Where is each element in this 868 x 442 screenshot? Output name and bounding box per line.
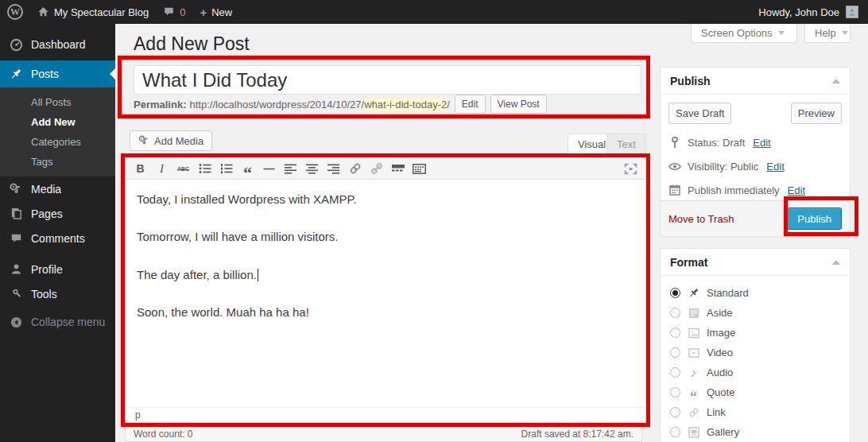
paragraph: Soon, the world. Muah ha ha ha! bbox=[137, 304, 634, 320]
edit-schedule-link[interactable]: Edit bbox=[788, 184, 805, 196]
format-option-quote: “ Quote bbox=[670, 382, 840, 402]
radio-standard[interactable] bbox=[670, 288, 680, 298]
edit-permalink-button[interactable]: Edit bbox=[455, 95, 486, 114]
format-label: Aside bbox=[707, 307, 733, 319]
tab-text[interactable]: Text bbox=[606, 134, 646, 154]
editor-toolbar: B I ABC “ — bbox=[126, 158, 645, 180]
format-label: Link bbox=[707, 406, 726, 418]
more-tag-icon[interactable] bbox=[388, 160, 408, 178]
comments-count: 0 bbox=[180, 6, 185, 18]
help-label: Help bbox=[815, 27, 836, 39]
sidebar-item-dashboard[interactable]: Dashboard bbox=[0, 32, 115, 57]
pushpin-icon bbox=[8, 68, 24, 80]
format-panel-title: Format bbox=[670, 256, 707, 269]
status-row: Status: Draft Edit bbox=[668, 134, 842, 150]
permalink-row: Permalink: http://localhost/wordpress/20… bbox=[134, 95, 547, 114]
add-media-button[interactable]: Add Media bbox=[130, 130, 212, 151]
wordpress-logo-menu[interactable]: W bbox=[0, 0, 30, 24]
sidebar-item-comments[interactable]: Comments bbox=[0, 226, 115, 250]
chevron-down-icon bbox=[842, 31, 848, 35]
screen-options-tab[interactable]: Screen Options bbox=[691, 24, 797, 43]
sidebar-item-label: Pages bbox=[31, 207, 63, 220]
help-tab[interactable]: Help bbox=[804, 24, 851, 43]
format-label: Gallery bbox=[707, 426, 739, 438]
gallery-icon bbox=[687, 427, 700, 438]
unlink-icon[interactable] bbox=[366, 160, 386, 178]
format-label: Audio bbox=[707, 366, 733, 378]
permalink-slug: what-i-did-today-2 bbox=[364, 99, 447, 111]
radio-gallery[interactable] bbox=[670, 427, 680, 437]
draft-saved-text: Draft saved at 8:17:42 am. bbox=[521, 428, 634, 440]
radio-quote[interactable] bbox=[670, 387, 680, 397]
format-panel: Format Standard Aside bbox=[660, 248, 851, 442]
collapse-menu-label: Collapse menu bbox=[31, 316, 105, 328]
radio-image[interactable] bbox=[670, 328, 680, 338]
sidebar-item-media[interactable]: Media bbox=[0, 176, 115, 201]
sidebar-item-posts[interactable]: Posts bbox=[0, 60, 115, 87]
format-label: Image bbox=[707, 327, 735, 339]
publish-panel-header[interactable]: Publish bbox=[661, 68, 850, 95]
admin-bar: W My Spectacular Blog 0 + New Howdy, Joh… bbox=[0, 0, 868, 24]
numbered-list-icon[interactable] bbox=[216, 160, 236, 178]
bold-icon[interactable]: B bbox=[130, 160, 150, 178]
toolbar-toggle-icon[interactable] bbox=[409, 160, 429, 178]
new-content-menu[interactable]: + New bbox=[192, 0, 239, 24]
user-avatar[interactable] bbox=[846, 6, 858, 18]
comment-bubble-icon bbox=[163, 6, 175, 17]
comments-bubble[interactable]: 0 bbox=[156, 0, 192, 24]
sidebar-item-pages[interactable]: Pages bbox=[0, 201, 115, 226]
sidebar-item-profile[interactable]: Profile bbox=[0, 257, 115, 281]
move-to-trash-link[interactable]: Move to Trash bbox=[668, 213, 734, 225]
link-icon[interactable] bbox=[345, 160, 365, 178]
format-option-gallery: Gallery bbox=[670, 422, 840, 442]
radio-audio[interactable] bbox=[670, 367, 680, 378]
menu-separator bbox=[0, 250, 115, 257]
submenu-tags[interactable]: Tags bbox=[0, 152, 115, 172]
preview-button[interactable]: Preview bbox=[791, 103, 842, 124]
fullscreen-icon[interactable] bbox=[621, 160, 641, 178]
align-center-icon[interactable] bbox=[302, 160, 322, 178]
site-name-link[interactable]: My Spectacular Blog bbox=[30, 0, 156, 24]
howdy-user-label[interactable]: Howdy, John Doe bbox=[758, 6, 839, 18]
calendar-icon bbox=[668, 184, 681, 196]
align-left-icon[interactable] bbox=[281, 160, 300, 178]
submenu-add-new[interactable]: Add New bbox=[0, 112, 115, 132]
radio-video[interactable] bbox=[670, 347, 680, 358]
sidebar-item-label: Media bbox=[31, 183, 61, 196]
blockquote-icon[interactable]: “ bbox=[238, 160, 258, 178]
element-path[interactable]: p bbox=[135, 409, 141, 421]
editor-status-bar: Word count: 0 Draft saved at 8:17:42 am. bbox=[125, 427, 642, 442]
admin-sidebar: Dashboard Posts All Posts Add New Catego… bbox=[0, 24, 115, 442]
publish-button[interactable]: Publish bbox=[787, 207, 842, 230]
editor-content[interactable]: Today, I installed Wordpress with XAMPP.… bbox=[126, 180, 645, 407]
text-cursor bbox=[258, 269, 258, 281]
sidebar-item-tools[interactable]: Tools bbox=[0, 281, 115, 306]
radio-aside[interactable] bbox=[670, 308, 680, 318]
post-title-input[interactable] bbox=[134, 65, 641, 95]
collapse-menu-button[interactable]: Collapse menu bbox=[0, 309, 115, 335]
save-draft-button[interactable]: Save Draft bbox=[668, 103, 731, 124]
collapse-panel-icon[interactable] bbox=[832, 260, 840, 265]
align-right-icon[interactable] bbox=[324, 160, 343, 178]
strikethrough-icon[interactable]: ABC bbox=[173, 160, 193, 178]
horizontal-rule-icon[interactable]: — bbox=[259, 160, 279, 178]
active-menu-arrow bbox=[110, 68, 115, 79]
eye-icon bbox=[668, 162, 681, 171]
collapse-panel-icon[interactable] bbox=[832, 79, 840, 83]
format-panel-header[interactable]: Format bbox=[661, 249, 850, 276]
new-label: New bbox=[211, 6, 232, 18]
bulleted-list-icon[interactable] bbox=[195, 160, 215, 178]
submenu-all-posts[interactable]: All Posts bbox=[0, 92, 115, 112]
add-media-icon bbox=[138, 135, 149, 146]
view-post-button[interactable]: View Post bbox=[490, 95, 547, 114]
italic-icon[interactable]: I bbox=[152, 160, 172, 178]
edit-status-link[interactable]: Edit bbox=[753, 137, 770, 149]
submenu-categories[interactable]: Categories bbox=[0, 132, 115, 152]
publish-panel: Publish Save Draft Preview Status: Draft… bbox=[660, 67, 851, 237]
radio-link[interactable] bbox=[670, 407, 680, 417]
edit-visibility-link[interactable]: Edit bbox=[766, 161, 784, 173]
format-label: Video bbox=[707, 347, 733, 359]
dashboard-gauge-icon bbox=[8, 38, 24, 52]
image-icon bbox=[687, 328, 700, 339]
visibility-text: Visibility: Public bbox=[688, 161, 758, 173]
